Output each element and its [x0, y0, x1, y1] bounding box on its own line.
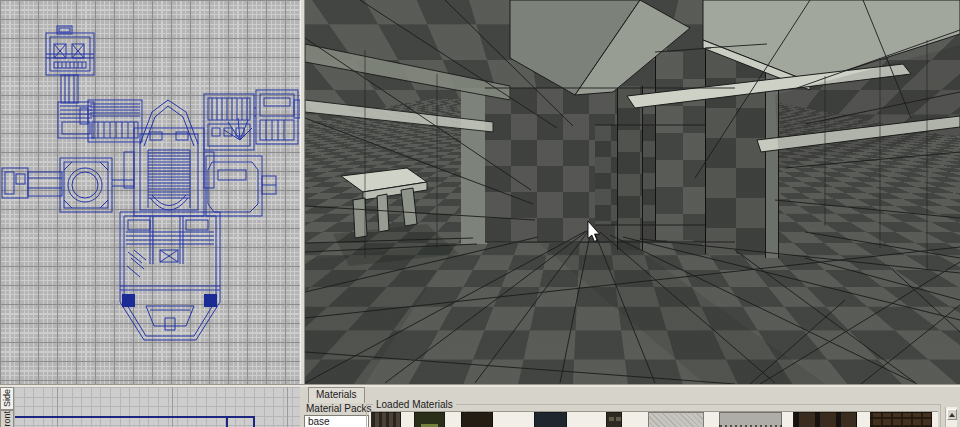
viewport-3d[interactable] [305, 0, 960, 384]
tab-side-label: Side [3, 389, 12, 407]
loaded-materials-groupbox: Loaded Materials [366, 404, 941, 427]
side-view-geometry-line [15, 416, 255, 418]
material-pack-item[interactable]: base [308, 416, 330, 427]
blueprint-drawing [0, 0, 300, 384]
material-packs-listbox[interactable]: base [304, 415, 369, 427]
tab-front-label: Front [3, 411, 12, 427]
texture-thumbnail[interactable] [461, 412, 493, 427]
texture-thumbnail[interactable] [414, 412, 445, 427]
texture-thumbnail[interactable] [606, 412, 622, 427]
loaded-materials-strip[interactable] [369, 411, 938, 427]
material-packs-label: Material Packs [306, 403, 372, 414]
tab-front[interactable]: Front [0, 410, 13, 427]
side-view-geometry-stub [253, 416, 255, 427]
view-tabstrip: Side Front [0, 387, 14, 427]
materials-panel: Materials Material Packs base Loaded Mat… [300, 387, 960, 427]
side-view-grid[interactable] [14, 387, 300, 427]
texture-thumbnail[interactable] [793, 412, 857, 427]
scroll-up-icon [949, 413, 955, 417]
scroll-up-button[interactable] [947, 409, 957, 420]
map-editor-window: Side Front Materials Material Packs base… [0, 0, 960, 427]
tab-materials[interactable]: Materials [308, 387, 365, 403]
viewport-2d-side[interactable]: Side Front [0, 387, 300, 427]
texture-thumbnail[interactable] [648, 412, 704, 427]
side-view-geometry-stub [226, 416, 228, 427]
viewport-2d-top[interactable] [0, 0, 300, 384]
texture-thumbnail[interactable] [870, 412, 932, 427]
texture-thumbnail[interactable] [534, 412, 567, 427]
texture-thumbnail[interactable] [719, 412, 782, 427]
materials-scrollbar[interactable] [945, 407, 957, 427]
loaded-materials-label: Loaded Materials [373, 399, 456, 410]
wireframe-overlay [305, 0, 960, 384]
tab-side[interactable]: Side [0, 387, 13, 410]
texture-thumbnail[interactable] [371, 412, 401, 427]
tab-materials-label: Materials [316, 389, 357, 400]
